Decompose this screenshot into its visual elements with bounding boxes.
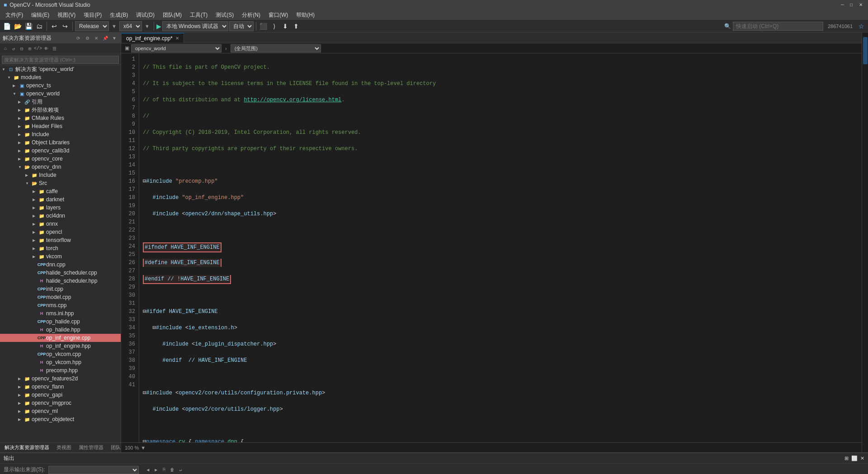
scroll-thumb[interactable] [863,37,868,64]
breadcrumb-scope-dropdown[interactable]: (全局范围) [231,44,321,52]
menu-debug[interactable]: 调试(D) [132,10,158,20]
toolbar-redo[interactable]: ↪ [60,21,70,31]
tree-solution[interactable]: ▼ ⊡ 解决方案 'opencv_world' [0,65,121,73]
tree-calib3d[interactable]: ▶ 📁 opencv_calib3d [0,147,121,155]
tab-close-btn[interactable]: ✕ [175,36,179,41]
tree-init-cpp[interactable]: CPP init.cpp [0,285,121,293]
se-tb-filter[interactable]: ⊞ [26,45,33,52]
menu-test[interactable]: 测试(S) [212,10,237,20]
toolbar-feedback[interactable]: ☆ [856,21,866,31]
tree-onnx[interactable]: ▶ 📁 onnx [0,220,121,228]
tree-dnn[interactable]: ▼ 📂 opencv_dnn [0,163,121,171]
se-tb-view[interactable]: 👁 [42,45,50,52]
tree-flann[interactable]: ▶ 📁 opencv_flann [0,383,121,391]
tree-nms-ini-hpp[interactable]: H nms.ini.hpp [0,309,121,318]
toolbar-breakpoint[interactable]: ⬛ [259,21,269,31]
code-content[interactable]: // This file is part of OpenCV project. … [139,53,862,442]
se-tab-solution[interactable]: 解决方案资源管理器 [2,443,52,452]
se-close-btn[interactable]: ✕ [93,34,100,42]
se-tb-home[interactable]: ⌂ [2,45,9,52]
se-tb-code[interactable]: </> [34,45,42,52]
toolbar-step-over[interactable]: ⟩ [269,21,279,31]
tree-ml[interactable]: ▶ 📁 opencv_ml [0,407,121,415]
se-tab-classview[interactable]: 类视图 [54,443,74,452]
tree-op-vkcom-cpp[interactable]: CPP op_vkcom.cpp [0,350,121,358]
se-prop-btn[interactable]: ⚙ [84,34,91,42]
tab-op-inf-engine-cpp[interactable]: op_inf_engine.cpp* ✕ [121,33,184,43]
maximize-btn[interactable]: □ [850,2,855,8]
tree-torch[interactable]: ▶ 📁 torch [0,244,121,252]
tree-layers[interactable]: ▶ 📁 layers [0,204,121,212]
toolbar-save[interactable]: 💾 [24,21,33,31]
tree-op-halide-cpp[interactable]: CPP op_halide.cpp [0,318,121,326]
tree-include-top[interactable]: ▶ 📁 Include [0,130,121,138]
tree-cmake[interactable]: ▶ 📁 CMake Rules [0,114,121,122]
tree-halide-cpp[interactable]: CPP halide_scheduler.cpp [0,269,121,277]
close-btn[interactable]: ✕ [859,2,864,8]
tree-caffe[interactable]: ▶ 📁 caffe [0,187,121,195]
output-clear-btn[interactable]: 🗑 [169,466,176,474]
menu-file[interactable]: 文件(F) [2,10,27,20]
debug-target-dropdown[interactable]: 本地 Windows 调试器 [162,21,228,31]
tree-opencv-ts[interactable]: ▶ ▣ opencv_ts [0,81,121,90]
se-pin-btn[interactable]: 📌 [102,34,109,42]
toolbar-saveall[interactable]: 🗂 [34,21,44,31]
code-editor[interactable]: 12345 678910 1112131415 1617181920 21222… [121,53,862,442]
tree-ref[interactable]: ▶ 🔗 引用 [0,98,121,106]
menu-team[interactable]: 团队(M) [159,10,185,20]
tree-opencv-world[interactable]: ▼ ▣ opencv_world [0,90,121,98]
se-tb-settings[interactable]: ☰ [51,45,58,52]
toolbar-step-out[interactable]: ⬆ [291,21,301,31]
tree-objlib[interactable]: ▶ 📁 Object Libraries [0,138,121,147]
toolbar-step-into[interactable]: ⬇ [280,21,290,31]
tree-features2d[interactable]: ▶ 📁 opencv_features2d [0,374,121,383]
tree-precomp-hpp[interactable]: H precomp.hpp [0,366,121,374]
minimize-btn[interactable]: ─ [841,2,846,8]
tree-dnn-cpp[interactable]: CPP dnn.cpp [0,261,121,269]
zoom-btn[interactable]: ▼ [141,445,146,450]
tree-headerfiles[interactable]: ▶ 📁 Header Files [0,122,121,130]
menu-view[interactable]: 视图(V) [54,10,79,20]
breadcrumb-namespace-dropdown[interactable]: opencv_world [131,44,222,52]
menu-tools[interactable]: 工具(T) [186,10,211,20]
tree-dnn-include[interactable]: ▶ 📁 Include [0,171,121,179]
tree-core[interactable]: ▶ 📁 opencv_core [0,155,121,163]
tree-op-halide-hpp[interactable]: H op_halide.hpp [0,326,121,334]
se-menu-btn[interactable]: ▼ [111,34,118,42]
output-next-btn[interactable]: ▶ [152,466,160,474]
output-undock-btn[interactable]: ⬜ [851,455,858,461]
toolbar-undo[interactable]: ↩ [49,21,59,31]
tree-op-vkcom-hpp[interactable]: H op_vkcom.hpp [0,358,121,366]
tree-vkcom[interactable]: ▶ 📁 vkcom [0,252,121,261]
tree-modules[interactable]: ▼ 📁 modules [0,73,121,81]
menu-window[interactable]: 窗口(W) [265,10,292,20]
se-tab-propman[interactable]: 属性管理器 [76,443,106,452]
output-prev-btn[interactable]: ◀ [144,466,151,474]
menu-project[interactable]: 项目(P) [80,10,105,20]
se-sync-btn[interactable]: ⟳ [75,34,82,42]
output-wrap-btn[interactable]: ↵ [177,466,184,474]
output-copy-btn[interactable]: ⎘ [160,466,168,474]
config-dropdown[interactable]: Release Debug [75,21,109,31]
output-source-dropdown[interactable] [48,466,139,474]
debug-mode-dropdown[interactable]: 自动 [229,21,254,31]
toolbar-open[interactable]: 📂 [13,21,23,31]
tree-darknet[interactable]: ▶ 📁 darknet [0,195,121,204]
tree-nms-cpp[interactable]: CPP nms.cpp [0,301,121,309]
se-search-input[interactable] [2,56,119,64]
se-tab-team[interactable]: 团队资源管理器 [108,443,121,452]
tree-opencl[interactable]: ▶ 📁 opencl [0,228,121,236]
tree-src[interactable]: ▼ 📂 Src [0,179,121,187]
menu-help[interactable]: 帮助(H) [292,10,318,20]
tree-external[interactable]: ▶ 📁 外部依赖项 [0,106,121,114]
menu-edit[interactable]: 编辑(E) [28,10,53,20]
se-tb-refresh[interactable]: ↺ [10,45,17,52]
tree-gapi[interactable]: ▶ 📁 opencv_gapi [0,391,121,399]
tree-halide-hpp[interactable]: H halide_scheduler.hpp [0,277,121,285]
platform-dropdown[interactable]: x64 x86 [119,21,142,31]
quick-search-input[interactable] [733,22,823,31]
menu-build[interactable]: 生成(B) [106,10,132,20]
tree-imgproc[interactable]: ▶ 📁 opencv_imgproc [0,399,121,407]
tree-op-inf-engine-cpp[interactable]: CPP op_inf_engine.cpp [0,334,121,342]
menu-analyze[interactable]: 分析(N) [238,10,264,20]
